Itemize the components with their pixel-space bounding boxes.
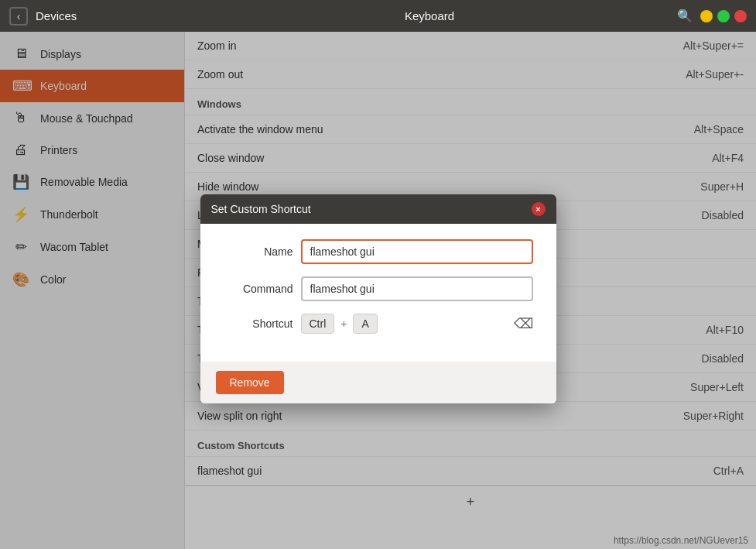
search-icon: 🔍 (677, 9, 693, 23)
shortcut-row: Shortcut Ctrl + A ⌫ (224, 314, 533, 334)
set-custom-shortcut-dialog: Set Custom Shortcut × Name Command Short… (200, 194, 556, 403)
shortcut-display: Ctrl + A ⌫ (301, 314, 533, 334)
dialog-footer: Remove (200, 362, 556, 403)
remove-button[interactable]: Remove (216, 371, 284, 394)
close-button[interactable] (734, 10, 747, 22)
maximize-button[interactable] (717, 10, 730, 22)
dialog-close-button[interactable]: × (532, 202, 546, 216)
dialog-overlay: Set Custom Shortcut × Name Command Short… (0, 32, 756, 549)
shortcut-label: Shortcut (224, 317, 293, 330)
dialog-close-icon: × (535, 204, 540, 214)
ctrl-key-badge: Ctrl (301, 314, 335, 334)
titlebar-left: ‹ Devices (0, 7, 185, 26)
titlebar: ‹ Devices Keyboard 🔍 (0, 0, 756, 32)
shortcut-separator: + (340, 317, 347, 330)
search-button[interactable]: 🔍 (674, 5, 696, 27)
dialog-body: Name Command Shortcut Ctrl + A ⌫ (200, 224, 556, 362)
name-label: Name (224, 245, 293, 258)
back-button[interactable]: ‹ (9, 7, 28, 26)
backspace-button[interactable]: ⌫ (514, 315, 533, 332)
dialog-titlebar: Set Custom Shortcut × (200, 194, 556, 224)
window-title: Keyboard (185, 9, 674, 22)
name-input[interactable] (301, 239, 533, 264)
a-key-badge: A (353, 314, 377, 334)
backspace-icon: ⌫ (514, 315, 533, 332)
dialog-title: Set Custom Shortcut (211, 203, 311, 215)
minimize-button[interactable] (700, 10, 713, 22)
command-label: Command (224, 283, 293, 295)
command-row: Command (224, 276, 533, 301)
titlebar-controls: 🔍 (674, 5, 756, 27)
name-row: Name (224, 239, 533, 264)
command-input[interactable] (301, 276, 533, 301)
app-title: Devices (36, 9, 77, 22)
back-icon: ‹ (17, 10, 21, 22)
